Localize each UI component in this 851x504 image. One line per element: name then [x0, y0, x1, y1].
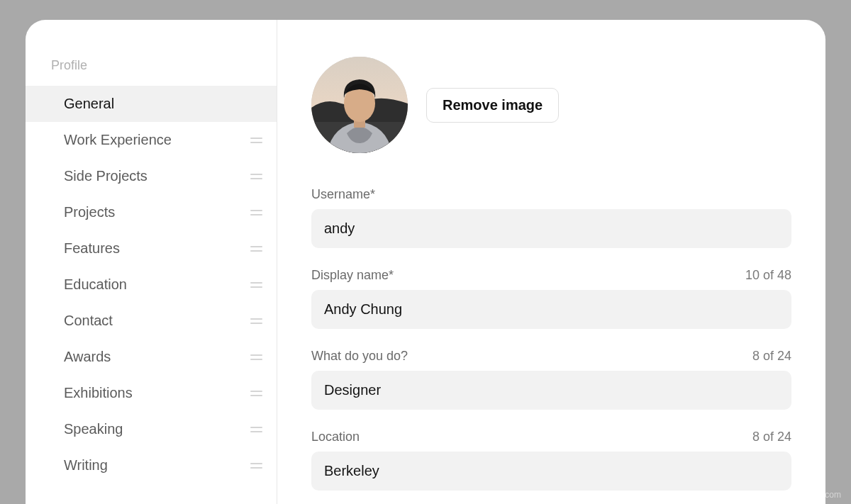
sidebar-item-exhibitions[interactable]: Exhibitions	[26, 375, 277, 411]
sidebar-item-label: Contact	[64, 313, 113, 329]
what-do-you-do-counter: 8 of 24	[752, 349, 791, 364]
sidebar-item-contact[interactable]: Contact	[26, 303, 277, 339]
sidebar-item-label: Projects	[64, 204, 115, 220]
sidebar-item-label: Exhibitions	[64, 385, 133, 401]
sidebar-item-label: General	[64, 96, 114, 112]
settings-card: Profile GeneralWork ExperienceSide Proje…	[26, 20, 825, 504]
drag-handle-icon[interactable]	[250, 246, 262, 252]
display-name-counter: 10 of 48	[745, 268, 791, 283]
sidebar-list: GeneralWork ExperienceSide ProjectsProje…	[26, 86, 277, 483]
drag-handle-icon[interactable]	[250, 318, 262, 324]
sidebar-item-side-projects[interactable]: Side Projects	[26, 158, 277, 194]
sidebar-item-label: Features	[64, 240, 120, 257]
sidebar-item-label: Education	[64, 276, 127, 293]
avatar[interactable]	[311, 57, 408, 153]
sidebar-item-writing[interactable]: Writing	[26, 447, 277, 483]
field-location: Location 8 of 24	[311, 430, 791, 491]
sidebar: Profile GeneralWork ExperienceSide Proje…	[26, 20, 277, 504]
sidebar-item-projects[interactable]: Projects	[26, 194, 277, 230]
location-counter: 8 of 24	[752, 430, 791, 444]
sidebar-item-features[interactable]: Features	[26, 230, 277, 267]
sidebar-item-speaking[interactable]: Speaking	[26, 411, 277, 447]
field-username: Username*	[311, 187, 791, 248]
sidebar-item-label: Side Projects	[64, 168, 148, 184]
drag-handle-icon[interactable]	[250, 282, 262, 288]
what-do-you-do-input[interactable]	[311, 371, 791, 410]
drag-handle-icon[interactable]	[250, 463, 262, 469]
username-label: Username*	[311, 187, 375, 202]
avatar-image	[311, 57, 408, 153]
remove-image-button[interactable]: Remove image	[426, 88, 559, 123]
drag-handle-icon[interactable]	[250, 354, 262, 360]
sidebar-item-label: Writing	[64, 457, 108, 474]
sidebar-item-awards[interactable]: Awards	[26, 339, 277, 375]
field-what-do-you-do: What do you do? 8 of 24	[311, 349, 791, 410]
drag-handle-icon[interactable]	[250, 391, 262, 396]
sidebar-item-label: Speaking	[64, 421, 123, 437]
location-label: Location	[311, 430, 360, 444]
main-panel: Remove image Username* Display name* 10 …	[277, 20, 825, 504]
sidebar-item-label: Work Experience	[64, 132, 172, 148]
display-name-label: Display name*	[311, 268, 394, 283]
sidebar-title: Profile	[26, 58, 277, 86]
location-input[interactable]	[311, 452, 791, 491]
username-input[interactable]	[311, 209, 791, 248]
field-display-name: Display name* 10 of 48	[311, 268, 791, 329]
display-name-input[interactable]	[311, 290, 791, 329]
sidebar-item-label: Awards	[64, 349, 111, 365]
avatar-row: Remove image	[311, 57, 791, 153]
drag-handle-icon[interactable]	[250, 427, 262, 432]
sidebar-item-education[interactable]: Education	[26, 267, 277, 303]
drag-handle-icon[interactable]	[250, 210, 262, 215]
drag-handle-icon[interactable]	[250, 138, 262, 143]
drag-handle-icon[interactable]	[250, 174, 262, 179]
sidebar-item-general[interactable]: General	[26, 86, 277, 122]
sidebar-item-work-experience[interactable]: Work Experience	[26, 122, 277, 158]
what-do-you-do-label: What do you do?	[311, 349, 408, 364]
